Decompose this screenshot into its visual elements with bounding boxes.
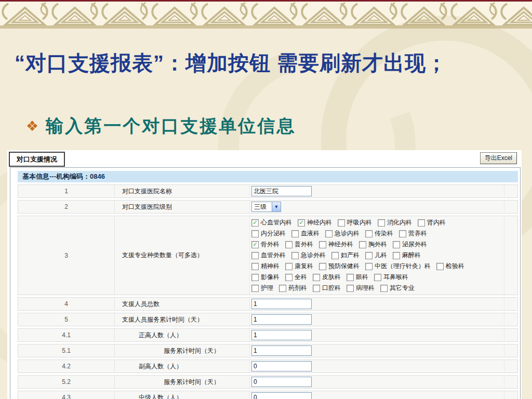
checkbox-label: 皮肤科: [322, 273, 341, 282]
export-excel-button[interactable]: 导出Excel: [480, 152, 517, 164]
checkbox-item[interactable]: 血管外科: [251, 251, 286, 260]
checkbox-icon[interactable]: [365, 252, 373, 259]
row-label: 中级人数（人）: [115, 391, 250, 399]
level-select[interactable]: 三级▼: [251, 202, 281, 212]
checkbox-item[interactable]: ✓心血管内科: [251, 218, 292, 227]
checkbox-item[interactable]: 儿科: [365, 251, 387, 260]
checkbox-item[interactable]: 检验科: [436, 262, 464, 271]
checkbox-icon[interactable]: [380, 285, 388, 292]
checkbox-label: 神经内科: [307, 218, 332, 227]
checkbox-icon[interactable]: ✓: [298, 219, 305, 227]
row-label: 服务累计时间（天）: [115, 344, 250, 357]
checkbox-label: 中医（理疗针灸）科: [375, 262, 431, 271]
checkbox-icon[interactable]: [393, 252, 400, 259]
text-input[interactable]: [251, 186, 312, 196]
checkbox-item[interactable]: 神经外科: [319, 240, 353, 249]
checkbox-icon[interactable]: [359, 241, 366, 248]
checkbox-item[interactable]: 胸外科: [359, 240, 387, 249]
checkbox-item[interactable]: 呼吸内科: [338, 218, 372, 227]
checkbox-icon[interactable]: [251, 230, 259, 237]
checkbox-icon[interactable]: [393, 241, 400, 248]
text-input[interactable]: [251, 314, 312, 325]
chevron-down-icon[interactable]: ▼: [272, 202, 281, 211]
checkbox-item[interactable]: 内分泌科: [251, 229, 286, 238]
checkbox-label: 呼吸内科: [347, 218, 372, 227]
checkbox-icon[interactable]: [291, 252, 299, 259]
checkbox-icon[interactable]: ✓: [251, 219, 259, 227]
checkbox-label: 肾内科: [427, 218, 446, 227]
checkbox-icon[interactable]: [347, 274, 354, 281]
checkbox-icon[interactable]: [251, 263, 259, 270]
checkbox-icon[interactable]: [418, 219, 425, 227]
checkbox-icon[interactable]: [365, 263, 373, 270]
checkbox-icon[interactable]: [279, 285, 286, 292]
checkbox-icon[interactable]: ✓: [251, 241, 259, 248]
checkbox-item[interactable]: 康复科: [285, 262, 313, 271]
checkbox-icon[interactable]: [313, 285, 320, 292]
text-input[interactable]: [251, 345, 312, 356]
checkbox-item[interactable]: 耳鼻喉科: [374, 273, 408, 282]
checkbox-item[interactable]: 全科: [285, 273, 307, 282]
checkbox-icon[interactable]: [251, 285, 259, 292]
checkbox-item[interactable]: 营养科: [399, 229, 427, 238]
checkbox-item[interactable]: 传染科: [365, 229, 393, 238]
checkbox-icon[interactable]: [313, 274, 320, 281]
checkbox-item[interactable]: 麻醉科: [393, 251, 421, 260]
text-input[interactable]: [251, 361, 312, 371]
checkbox-icon[interactable]: [331, 252, 339, 259]
row-end-spacer: [504, 344, 517, 357]
checkbox-item[interactable]: 眼科: [347, 273, 368, 282]
checkbox-icon[interactable]: [325, 230, 332, 237]
checkbox-icon[interactable]: [319, 241, 326, 248]
table-row: 2对口支援医院级别三级▼: [18, 200, 518, 214]
checkbox-icon[interactable]: [338, 219, 345, 227]
checkbox-icon[interactable]: [378, 219, 385, 227]
checkbox-item[interactable]: 其它专业: [380, 284, 415, 292]
checkbox-item[interactable]: 中医（理疗针灸）科: [365, 262, 431, 271]
checkbox-item[interactable]: 口腔科: [313, 284, 341, 292]
checkbox-item[interactable]: 急诊内科: [325, 229, 360, 238]
checkbox-item[interactable]: 肾内科: [418, 218, 446, 227]
text-input[interactable]: [251, 299, 312, 309]
checkbox-item[interactable]: 普外科: [285, 240, 313, 249]
checkbox-icon[interactable]: [291, 230, 299, 237]
checkbox-icon[interactable]: [285, 263, 292, 270]
checkbox-item[interactable]: 病理科: [347, 284, 375, 292]
checkbox-item[interactable]: ✓神经内科: [298, 218, 332, 227]
checkbox-item[interactable]: 急诊外科: [291, 251, 326, 260]
checkbox-item[interactable]: 血液科: [291, 229, 320, 238]
checkbox-icon[interactable]: [347, 285, 354, 292]
checkbox-icon[interactable]: [365, 230, 373, 237]
checkbox-label: 麻醉科: [402, 251, 421, 260]
checkbox-item[interactable]: ✓骨外科: [251, 240, 280, 249]
text-input[interactable]: [251, 377, 312, 387]
tab-duikou-zhiyuan-qingkuang[interactable]: 对口支援情况: [9, 152, 65, 167]
checkbox-item[interactable]: 影像科: [251, 273, 280, 282]
row-control: [250, 360, 504, 373]
checkbox-label: 预防保健科: [328, 262, 360, 271]
checkbox-item[interactable]: 药剂科: [279, 284, 307, 292]
checkbox-label: 耳鼻喉科: [383, 273, 408, 282]
row-label: 服务累计时间（天）: [115, 376, 250, 388]
checkbox-item[interactable]: 预防保健科: [319, 262, 360, 271]
checkbox-icon[interactable]: [285, 274, 292, 281]
checkbox-icon[interactable]: [251, 252, 259, 259]
text-input[interactable]: [251, 330, 312, 340]
checkbox-line: 精神科康复科预防保健科中医（理疗针灸）科检验科: [251, 261, 470, 272]
row-label: 副高人数（人）: [115, 360, 250, 373]
checkbox-icon[interactable]: [374, 274, 381, 281]
checkbox-item[interactable]: 护理: [251, 284, 273, 292]
text-input[interactable]: [251, 392, 312, 399]
checkbox-icon[interactable]: [319, 263, 326, 270]
checkbox-item[interactable]: 泌尿外科: [393, 240, 427, 249]
checkbox-icon[interactable]: [436, 263, 444, 270]
checkbox-icon[interactable]: [285, 241, 292, 248]
checkbox-item[interactable]: 消化内科: [378, 218, 412, 227]
checkbox-item[interactable]: 妇产科: [331, 251, 360, 260]
row-number: 1: [18, 185, 115, 197]
page-title: “对口支援报表”：增加按钮 需要刷新才出现；: [15, 50, 503, 76]
checkbox-icon[interactable]: [251, 274, 259, 281]
checkbox-item[interactable]: 皮肤科: [313, 273, 341, 282]
checkbox-icon[interactable]: [399, 230, 406, 237]
checkbox-item[interactable]: 精神科: [251, 262, 280, 271]
